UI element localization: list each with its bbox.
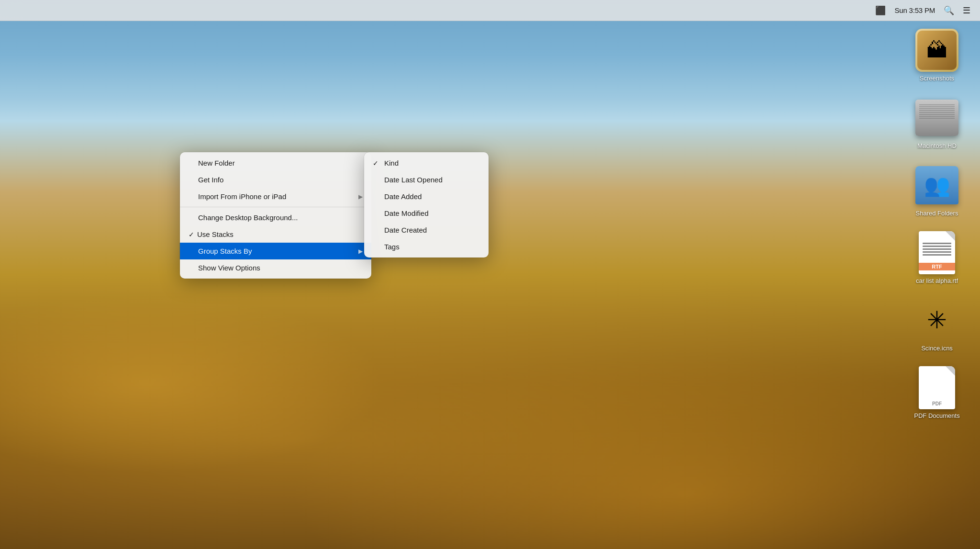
submenu-item-date-last-opened[interactable]: ✓ Date Last Opened	[364, 171, 489, 188]
hard-drive-icon	[915, 100, 958, 136]
date-created-label: Date Created	[384, 226, 427, 234]
import-submenu-arrow-icon: ▶	[358, 193, 363, 200]
menu-item-show-view-options[interactable]: Show View Options	[180, 259, 371, 276]
desktop-icon-pdf-documents[interactable]: PDF PDF Documents	[908, 366, 966, 419]
menu-item-import-iphone[interactable]: Import From iPhone or iPad ▶	[180, 188, 371, 205]
menu-separator-1	[180, 207, 371, 207]
menubar-clock: Sun 3:53 PM	[894, 6, 935, 14]
screenshots-icon-img	[915, 29, 958, 72]
change-background-label: Change Desktop Background...	[198, 213, 298, 222]
submenu-item-tags[interactable]: ✓ Tags	[364, 238, 489, 255]
group-stacks-by-label: Group Stacks By	[198, 247, 252, 255]
context-menu: New Folder Get Info Import From iPhone o…	[180, 152, 371, 279]
menu-item-use-stacks[interactable]: ✓ Use Stacks	[180, 226, 371, 243]
macintosh-hd-label: Macintosh HD	[917, 142, 957, 149]
date-modified-label: Date Modified	[384, 209, 429, 217]
new-folder-label: New Folder	[198, 159, 235, 167]
science-label: Scince.icns	[921, 345, 953, 352]
science-file-icon: ✳	[915, 299, 958, 342]
pdf-documents-label: PDF Documents	[914, 412, 959, 419]
search-icon[interactable]: 🔍	[944, 5, 954, 16]
submenu-item-date-created[interactable]: ✓ Date Created	[364, 222, 489, 238]
shared-folder-icon	[915, 166, 958, 204]
group-stacks-submenu: ✓ Kind ✓ Date Last Opened ✓ Date Added ✓…	[364, 152, 489, 258]
rtf-file-icon: RTF	[919, 231, 955, 274]
date-last-opened-label: Date Last Opened	[384, 176, 443, 184]
macintosh-hd-icon-img	[915, 96, 958, 139]
shared-folders-label: Shared Folders	[916, 210, 958, 217]
menu-item-change-background[interactable]: Change Desktop Background...	[180, 209, 371, 226]
pdf-documents-icon-img: PDF	[915, 366, 958, 409]
use-stacks-label: Use Stacks	[197, 230, 234, 238]
screenshots-label: Screenshots	[920, 75, 954, 82]
submenu-item-date-added[interactable]: ✓ Date Added	[364, 188, 489, 205]
date-added-label: Date Added	[384, 192, 422, 201]
menubar: ⬛ Sun 3:53 PM 🔍 ☰	[0, 0, 980, 21]
shared-folders-icon-img	[915, 164, 958, 207]
screen-mirroring-icon[interactable]: ⬛	[875, 5, 886, 16]
group-stacks-submenu-arrow-icon: ▶	[358, 248, 363, 255]
menu-item-get-info[interactable]: Get Info	[180, 171, 371, 188]
car-list-label: car list alpha.rtf	[916, 277, 958, 284]
screenshots-folder-icon	[915, 29, 958, 72]
desktop-icon-shared-folders[interactable]: Shared Folders	[908, 164, 966, 217]
desktop-icon-science[interactable]: ✳ Scince.icns	[908, 299, 966, 352]
desktop-icon-area: Screenshots Macintosh HD Shared Folders …	[908, 29, 966, 419]
car-list-icon-img: RTF	[915, 231, 958, 274]
desktop-icon-car-list[interactable]: RTF car list alpha.rtf	[908, 231, 966, 284]
tags-label: Tags	[384, 243, 400, 251]
pdf-folder-icon: PDF	[919, 366, 955, 409]
desktop-background	[0, 0, 980, 549]
science-icon-img: ✳	[915, 299, 958, 342]
get-info-label: Get Info	[198, 176, 223, 184]
desktop-icon-macintosh-hd[interactable]: Macintosh HD	[908, 96, 966, 149]
desktop-icon-screenshots[interactable]: Screenshots	[908, 29, 966, 82]
submenu-item-kind[interactable]: ✓ Kind	[364, 155, 489, 171]
import-iphone-label: Import From iPhone or iPad	[198, 192, 286, 201]
menu-item-group-stacks-by[interactable]: Group Stacks By ▶	[180, 243, 371, 259]
menu-item-new-folder[interactable]: New Folder	[180, 155, 371, 171]
use-stacks-checkmark-icon: ✓	[189, 231, 194, 238]
kind-label: Kind	[384, 159, 399, 167]
show-view-options-label: Show View Options	[198, 264, 260, 272]
submenu-item-date-modified[interactable]: ✓ Date Modified	[364, 205, 489, 222]
control-center-icon[interactable]: ☰	[963, 5, 970, 16]
kind-checkmark-icon: ✓	[373, 159, 380, 167]
